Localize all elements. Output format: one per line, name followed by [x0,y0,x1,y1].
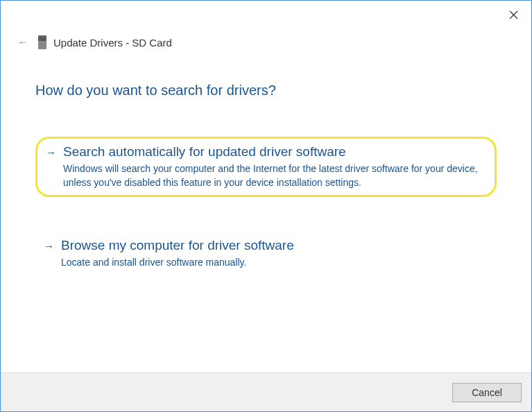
page-heading: How do you want to search for drivers? [35,83,497,98]
dialog-footer: Cancel [1,372,531,411]
close-button[interactable] [508,9,519,20]
option-browse-computer[interactable]: → Browse my computer for driver software… [35,232,497,276]
option-description: Locate and install driver software manua… [61,256,488,270]
option-body: Search automatically for updated driver … [63,144,486,189]
option-description: Windows will search your computer and th… [63,162,486,189]
cancel-button[interactable]: Cancel [452,383,522,402]
close-icon [509,10,518,19]
back-arrow-icon: ← [15,36,31,49]
device-icon [38,35,46,49]
dialog-header: ← Update Drivers - SD Card [1,1,531,49]
arrow-right-icon: → [46,146,56,158]
arrow-right-icon: → [44,240,54,252]
option-search-automatically[interactable]: → Search automatically for updated drive… [35,137,497,197]
dialog-title: Update Drivers - SD Card [53,37,172,49]
option-body: Browse my computer for driver software L… [61,238,488,270]
dialog-content: How do you want to search for drivers? →… [1,49,531,276]
option-title: Search automatically for updated driver … [63,144,486,160]
option-title: Browse my computer for driver software [61,238,488,253]
